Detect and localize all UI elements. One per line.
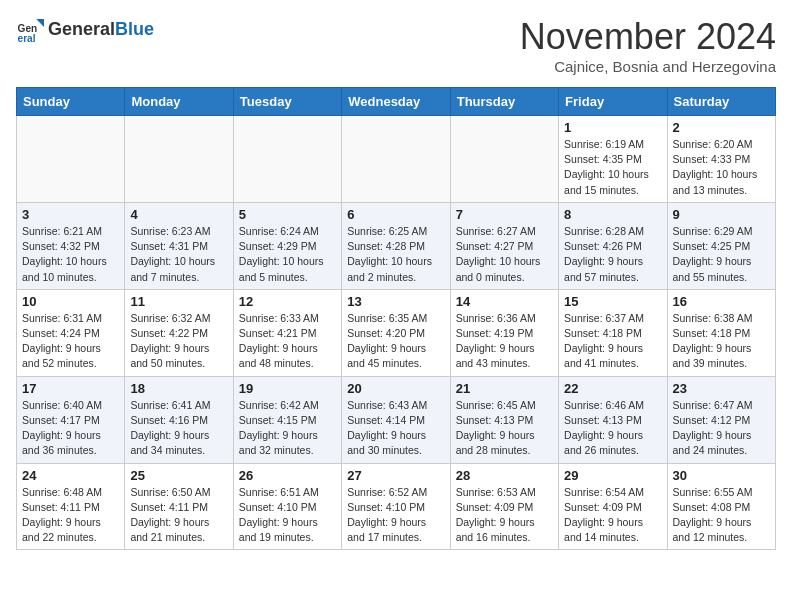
day-number: 9 [673,207,770,222]
calendar-day-cell: 9Sunrise: 6:29 AM Sunset: 4:25 PM Daylig… [667,202,775,289]
calendar-day-cell [450,116,558,203]
day-info: Sunrise: 6:41 AM Sunset: 4:16 PM Dayligh… [130,398,227,459]
day-info: Sunrise: 6:42 AM Sunset: 4:15 PM Dayligh… [239,398,336,459]
calendar-day-cell: 3Sunrise: 6:21 AM Sunset: 4:32 PM Daylig… [17,202,125,289]
calendar-day-cell: 6Sunrise: 6:25 AM Sunset: 4:28 PM Daylig… [342,202,450,289]
month-title: November 2024 [520,16,776,58]
logo-general-text: General [48,19,115,39]
calendar-day-cell: 13Sunrise: 6:35 AM Sunset: 4:20 PM Dayli… [342,289,450,376]
calendar-day-cell: 21Sunrise: 6:45 AM Sunset: 4:13 PM Dayli… [450,376,558,463]
calendar-day-cell: 14Sunrise: 6:36 AM Sunset: 4:19 PM Dayli… [450,289,558,376]
day-info: Sunrise: 6:33 AM Sunset: 4:21 PM Dayligh… [239,311,336,372]
logo-icon: Gen eral [16,16,44,44]
location-text: Cajnice, Bosnia and Herzegovina [520,58,776,75]
calendar-day-cell: 28Sunrise: 6:53 AM Sunset: 4:09 PM Dayli… [450,463,558,550]
day-info: Sunrise: 6:50 AM Sunset: 4:11 PM Dayligh… [130,485,227,546]
day-number: 3 [22,207,119,222]
day-number: 14 [456,294,553,309]
calendar-day-cell: 2Sunrise: 6:20 AM Sunset: 4:33 PM Daylig… [667,116,775,203]
svg-text:eral: eral [18,33,36,44]
calendar-day-cell: 10Sunrise: 6:31 AM Sunset: 4:24 PM Dayli… [17,289,125,376]
day-number: 21 [456,381,553,396]
day-info: Sunrise: 6:28 AM Sunset: 4:26 PM Dayligh… [564,224,661,285]
day-header-saturday: Saturday [667,88,775,116]
day-info: Sunrise: 6:24 AM Sunset: 4:29 PM Dayligh… [239,224,336,285]
calendar-week-row: 1Sunrise: 6:19 AM Sunset: 4:35 PM Daylig… [17,116,776,203]
calendar-day-cell: 19Sunrise: 6:42 AM Sunset: 4:15 PM Dayli… [233,376,341,463]
calendar-header-row: SundayMondayTuesdayWednesdayThursdayFrid… [17,88,776,116]
calendar-table: SundayMondayTuesdayWednesdayThursdayFrid… [16,87,776,550]
day-info: Sunrise: 6:31 AM Sunset: 4:24 PM Dayligh… [22,311,119,372]
day-info: Sunrise: 6:32 AM Sunset: 4:22 PM Dayligh… [130,311,227,372]
page-header: Gen eral GeneralBlue November 2024 Cajni… [16,16,776,75]
logo: Gen eral GeneralBlue [16,16,154,44]
day-number: 10 [22,294,119,309]
day-number: 26 [239,468,336,483]
day-number: 16 [673,294,770,309]
day-number: 2 [673,120,770,135]
day-number: 5 [239,207,336,222]
day-number: 23 [673,381,770,396]
day-info: Sunrise: 6:21 AM Sunset: 4:32 PM Dayligh… [22,224,119,285]
day-number: 8 [564,207,661,222]
day-info: Sunrise: 6:53 AM Sunset: 4:09 PM Dayligh… [456,485,553,546]
day-number: 4 [130,207,227,222]
day-number: 20 [347,381,444,396]
calendar-day-cell: 22Sunrise: 6:46 AM Sunset: 4:13 PM Dayli… [559,376,667,463]
calendar-day-cell [342,116,450,203]
day-number: 25 [130,468,227,483]
calendar-day-cell [17,116,125,203]
day-info: Sunrise: 6:46 AM Sunset: 4:13 PM Dayligh… [564,398,661,459]
day-info: Sunrise: 6:29 AM Sunset: 4:25 PM Dayligh… [673,224,770,285]
day-header-sunday: Sunday [17,88,125,116]
calendar-day-cell: 16Sunrise: 6:38 AM Sunset: 4:18 PM Dayli… [667,289,775,376]
day-info: Sunrise: 6:47 AM Sunset: 4:12 PM Dayligh… [673,398,770,459]
day-number: 30 [673,468,770,483]
day-number: 24 [22,468,119,483]
day-header-wednesday: Wednesday [342,88,450,116]
calendar-day-cell: 4Sunrise: 6:23 AM Sunset: 4:31 PM Daylig… [125,202,233,289]
calendar-week-row: 24Sunrise: 6:48 AM Sunset: 4:11 PM Dayli… [17,463,776,550]
calendar-day-cell: 27Sunrise: 6:52 AM Sunset: 4:10 PM Dayli… [342,463,450,550]
calendar-day-cell: 15Sunrise: 6:37 AM Sunset: 4:18 PM Dayli… [559,289,667,376]
calendar-day-cell: 17Sunrise: 6:40 AM Sunset: 4:17 PM Dayli… [17,376,125,463]
day-info: Sunrise: 6:43 AM Sunset: 4:14 PM Dayligh… [347,398,444,459]
day-info: Sunrise: 6:48 AM Sunset: 4:11 PM Dayligh… [22,485,119,546]
day-info: Sunrise: 6:20 AM Sunset: 4:33 PM Dayligh… [673,137,770,198]
day-header-friday: Friday [559,88,667,116]
calendar-day-cell: 5Sunrise: 6:24 AM Sunset: 4:29 PM Daylig… [233,202,341,289]
day-header-monday: Monday [125,88,233,116]
day-number: 1 [564,120,661,135]
day-info: Sunrise: 6:37 AM Sunset: 4:18 PM Dayligh… [564,311,661,372]
svg-marker-3 [36,19,44,27]
calendar-day-cell: 25Sunrise: 6:50 AM Sunset: 4:11 PM Dayli… [125,463,233,550]
day-number: 17 [22,381,119,396]
logo-blue-text: Blue [115,19,154,39]
day-info: Sunrise: 6:25 AM Sunset: 4:28 PM Dayligh… [347,224,444,285]
day-number: 19 [239,381,336,396]
calendar-day-cell: 8Sunrise: 6:28 AM Sunset: 4:26 PM Daylig… [559,202,667,289]
calendar-day-cell: 20Sunrise: 6:43 AM Sunset: 4:14 PM Dayli… [342,376,450,463]
day-info: Sunrise: 6:19 AM Sunset: 4:35 PM Dayligh… [564,137,661,198]
calendar-day-cell: 30Sunrise: 6:55 AM Sunset: 4:08 PM Dayli… [667,463,775,550]
calendar-week-row: 10Sunrise: 6:31 AM Sunset: 4:24 PM Dayli… [17,289,776,376]
calendar-day-cell: 26Sunrise: 6:51 AM Sunset: 4:10 PM Dayli… [233,463,341,550]
day-info: Sunrise: 6:27 AM Sunset: 4:27 PM Dayligh… [456,224,553,285]
day-number: 11 [130,294,227,309]
day-header-thursday: Thursday [450,88,558,116]
day-info: Sunrise: 6:45 AM Sunset: 4:13 PM Dayligh… [456,398,553,459]
calendar-day-cell [233,116,341,203]
calendar-day-cell: 12Sunrise: 6:33 AM Sunset: 4:21 PM Dayli… [233,289,341,376]
calendar-day-cell: 23Sunrise: 6:47 AM Sunset: 4:12 PM Dayli… [667,376,775,463]
day-info: Sunrise: 6:52 AM Sunset: 4:10 PM Dayligh… [347,485,444,546]
day-number: 12 [239,294,336,309]
calendar-day-cell [125,116,233,203]
calendar-week-row: 3Sunrise: 6:21 AM Sunset: 4:32 PM Daylig… [17,202,776,289]
calendar-week-row: 17Sunrise: 6:40 AM Sunset: 4:17 PM Dayli… [17,376,776,463]
day-number: 27 [347,468,444,483]
day-number: 22 [564,381,661,396]
day-info: Sunrise: 6:40 AM Sunset: 4:17 PM Dayligh… [22,398,119,459]
day-number: 15 [564,294,661,309]
day-number: 7 [456,207,553,222]
day-info: Sunrise: 6:54 AM Sunset: 4:09 PM Dayligh… [564,485,661,546]
